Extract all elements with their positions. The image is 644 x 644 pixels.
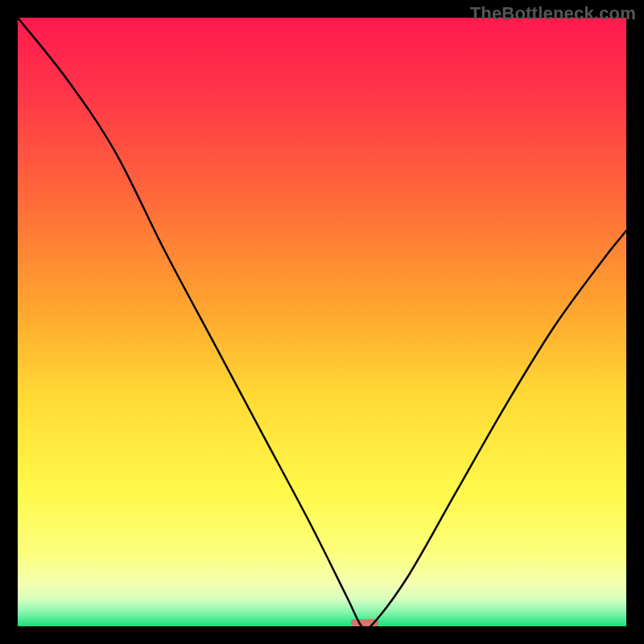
plot-background <box>18 18 626 626</box>
chart-svg <box>18 18 626 626</box>
watermark-text: TheBottleneck.com <box>470 3 636 24</box>
chart-frame: TheBottleneck.com <box>0 0 644 644</box>
plot-area <box>18 18 626 626</box>
